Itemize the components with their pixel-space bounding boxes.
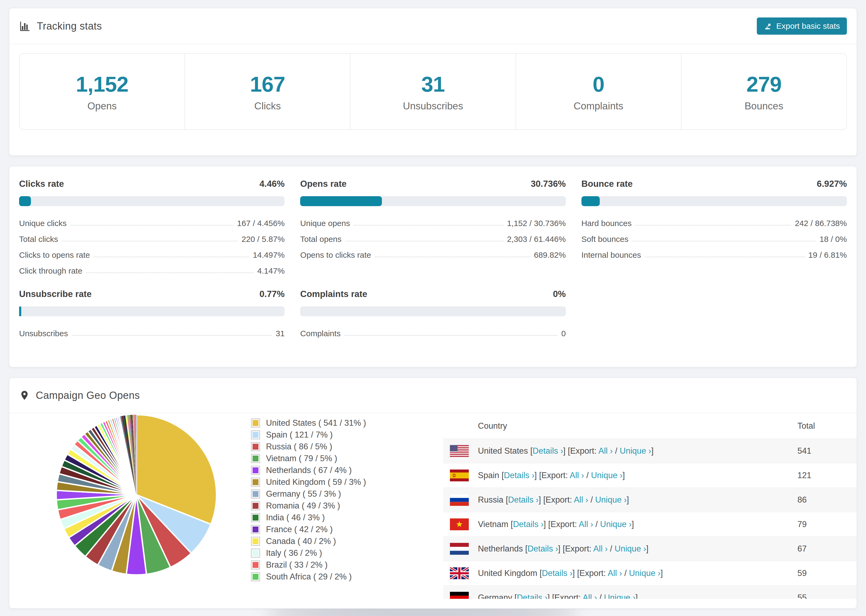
summary-stat: 0 Complaints [516,54,681,129]
export-all-link[interactable]: All › [579,520,593,529]
rate-value: 6.927% [817,179,847,189]
country-flag-icon [450,470,469,481]
export-unique-link[interactable]: Unique › [600,520,631,529]
legend-swatch [251,513,260,522]
legend-label: France ( 42 / 2% ) [266,525,333,534]
export-all-link[interactable]: All › [608,569,622,578]
geo-table-rows: United States [Details ›] [Export: All ›… [443,438,857,599]
rate-stat-row: Hard bounces 242 / 86.738% [581,212,847,228]
legend-item[interactable]: Italy ( 36 / 2% ) [251,547,366,559]
legend-item[interactable]: Russia ( 86 / 5% ) [251,441,366,453]
geo-pie-chart[interactable] [55,414,217,576]
page-title: Tracking stats [37,20,102,32]
rate-stat-value: 2,303 / 61.446% [507,235,566,244]
export-all-link[interactable]: All › [583,593,597,599]
tracking-stats-header: Tracking stats Export basic stats [9,8,857,44]
stat-value: 31 [350,74,515,95]
geo-table-header: Country Total [443,413,857,438]
export-unique-link[interactable]: Unique › [595,495,627,504]
rate-progress-bar [581,196,847,206]
rate-stat-label: Internal bounces [581,250,641,259]
table-row: United Kingdom [Details ›] [Export: All … [443,561,857,585]
legend-swatch [251,548,260,558]
dotted-leader [344,335,557,336]
details-link[interactable]: Details › [527,544,558,553]
export-unique-link[interactable]: Unique › [591,471,622,480]
country-total: 86 [797,495,857,505]
export-all-link[interactable]: All › [593,544,608,553]
country-name: Russia [478,495,504,504]
rate-stat-label: Total opens [300,235,341,244]
rate-panel: Opens rate 30.736% Unique opens 1,152 / … [300,179,565,275]
rate-panel: Clicks rate 4.46% Unique clicks 167 / 4.… [19,179,285,275]
country-total: 541 [797,446,857,456]
country-name: Spain [478,471,499,480]
export-unique-link[interactable]: Unique › [620,446,651,456]
rate-stat-row: Click through rate 4.147% [19,259,285,275]
export-all-link[interactable]: All › [574,495,588,504]
rate-panel: Complaints rate 0% Complaints 0 [300,289,565,338]
legend-item[interactable]: Germany ( 55 / 3% ) [251,488,366,500]
details-link[interactable]: Details › [532,446,563,456]
rates-card: Clicks rate 4.46% Unique clicks 167 / 4.… [9,166,857,368]
export-all-link[interactable]: All › [570,471,584,480]
legend-item[interactable]: South Africa ( 29 / 2% ) [251,571,366,583]
legend-item[interactable]: Vietnam ( 79 / 5% ) [251,453,366,464]
rate-stat-value: 689.82% [534,250,565,259]
export-unique-link[interactable]: Unique › [629,569,661,578]
rate-stat-value: 0 [561,329,566,338]
geo-table: Country Total United States [Details ›] … [443,413,857,599]
country-flag-icon [450,445,469,457]
details-link[interactable]: Details › [504,471,535,480]
legend-label: Netherlands ( 67 / 4% ) [266,465,352,475]
rate-stat-label: Total clicks [19,235,58,244]
legend-label: United States ( 541 / 31% ) [266,418,366,428]
table-row: United States [Details ›] [Export: All ›… [443,438,857,463]
legend-item[interactable]: France ( 42 / 2% ) [251,523,366,535]
legend-item[interactable]: United States ( 541 / 31% ) [251,417,366,429]
export-unique-link[interactable]: Unique › [614,544,646,553]
rate-stat-value: 167 / 4.456% [237,219,285,228]
rate-value: 4.46% [260,179,285,189]
legend-label: Romania ( 49 / 3% ) [266,501,340,511]
export-all-link[interactable]: All › [598,446,612,456]
geo-title: Campaign Geo Opens [36,390,140,401]
rate-stat-label: Complaints [300,329,340,338]
rate-progress-fill [581,196,600,206]
campaign-geo-opens-card: Campaign Geo Opens United States ( 541 /… [9,377,857,609]
rate-progress-fill [19,306,21,316]
summary-stat: 31 Unsubscribes [350,54,515,129]
legend-item[interactable]: United Kingdom ( 59 / 3% ) [251,476,366,488]
legend-swatch [251,442,260,451]
country-cell: Vietnam [Details ›] [Export: All › / Uni… [478,520,797,529]
country-name: United Kingdom [478,569,537,578]
rate-progress-bar [300,196,565,206]
table-row: Netherlands [Details ›] [Export: All › /… [443,536,857,561]
legend-item[interactable]: Romania ( 49 / 3% ) [251,500,366,512]
country-flag-icon [450,543,469,555]
rate-stat-row: Internal bounces 19 / 6.81% [581,244,847,259]
table-row: Germany [Details ›] [Export: All › / Uni… [443,585,857,599]
dotted-leader [62,241,238,241]
rate-stat-row: Total clicks 220 / 5.87% [19,228,285,244]
details-link[interactable]: Details › [517,593,548,599]
legend-item[interactable]: Netherlands ( 67 / 4% ) [251,464,366,476]
legend-item[interactable]: Spain ( 121 / 7% ) [251,429,366,441]
legend-label: Brazil ( 33 / 2% ) [266,560,328,570]
country-flag-icon [450,519,469,530]
dotted-leader [94,257,249,257]
dotted-leader [354,225,503,225]
legend-item[interactable]: India ( 46 / 3% ) [251,512,366,523]
details-link[interactable]: Details › [542,569,573,578]
details-link[interactable]: Details › [513,520,543,529]
legend-item[interactable]: Brazil ( 33 / 2% ) [251,559,366,571]
stat-label: Clicks [185,101,350,112]
rate-stat-label: Unique clicks [19,219,67,228]
rate-stat-label: Hard bounces [581,219,632,228]
rate-stat-row: Unique clicks 167 / 4.456% [19,212,285,228]
export-basic-stats-button[interactable]: Export basic stats [757,17,847,35]
legend-item[interactable]: Canada ( 40 / 2% ) [251,535,366,547]
details-link[interactable]: Details › [508,495,539,504]
rate-stat-label: Opens to clicks rate [300,250,371,259]
export-unique-link[interactable]: Unique › [604,593,636,599]
